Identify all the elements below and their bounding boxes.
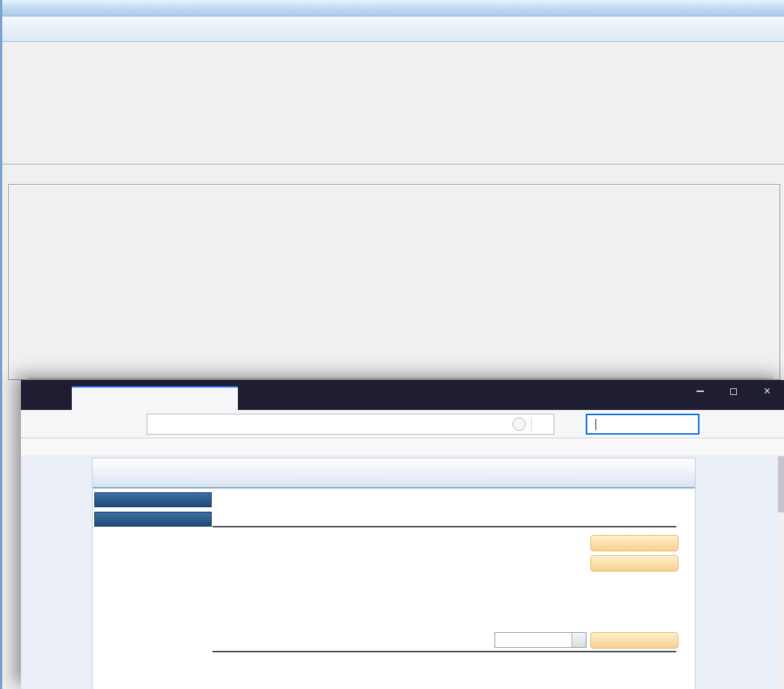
url-bar[interactable] (147, 414, 554, 435)
search-input[interactable] (586, 414, 699, 435)
detail-panel (8, 184, 780, 380)
browser-window: × (21, 380, 784, 689)
maximize-button[interactable] (717, 380, 750, 402)
site-header (93, 459, 695, 489)
forward-icon[interactable] (54, 415, 73, 433)
chevron-down-icon[interactable] (572, 633, 586, 647)
divider (2, 164, 784, 165)
divider (212, 526, 676, 527)
minimize-button[interactable] (683, 380, 717, 402)
app-toolbar (2, 16, 784, 42)
divider (212, 651, 676, 652)
show-in-map-button[interactable] (590, 555, 679, 572)
zoom-level-badge[interactable] (512, 417, 526, 431)
active-tab-stripe (72, 386, 238, 388)
site-container (92, 458, 696, 689)
text-caret (595, 419, 596, 430)
reload-icon[interactable] (79, 415, 99, 433)
library-icon[interactable] (709, 415, 729, 433)
browser-navbar (21, 410, 784, 438)
urlbar-separator (531, 417, 532, 431)
web-page (21, 456, 784, 689)
page-scrollbar[interactable] (778, 456, 784, 689)
app-titlebar[interactable] (2, 0, 784, 16)
goto-select[interactable] (494, 632, 587, 648)
nav-button-home[interactable] (94, 492, 212, 507)
scrollbar-thumb[interactable] (778, 456, 784, 512)
menu-hamburger-icon[interactable] (763, 415, 783, 433)
browser-tab[interactable] (72, 386, 238, 410)
bookmarks-bar (21, 438, 784, 456)
nav-button-search[interactable] (94, 512, 212, 527)
home-icon[interactable] (105, 415, 124, 433)
info-to-date-button[interactable] (590, 535, 679, 551)
back-icon[interactable] (28, 415, 48, 433)
close-button[interactable]: × (750, 380, 784, 402)
browser-titlebar[interactable]: × (21, 380, 784, 410)
sidebar-toggle-icon[interactable] (735, 415, 755, 433)
window-controls: × (683, 380, 784, 402)
goto-button[interactable] (590, 632, 679, 649)
